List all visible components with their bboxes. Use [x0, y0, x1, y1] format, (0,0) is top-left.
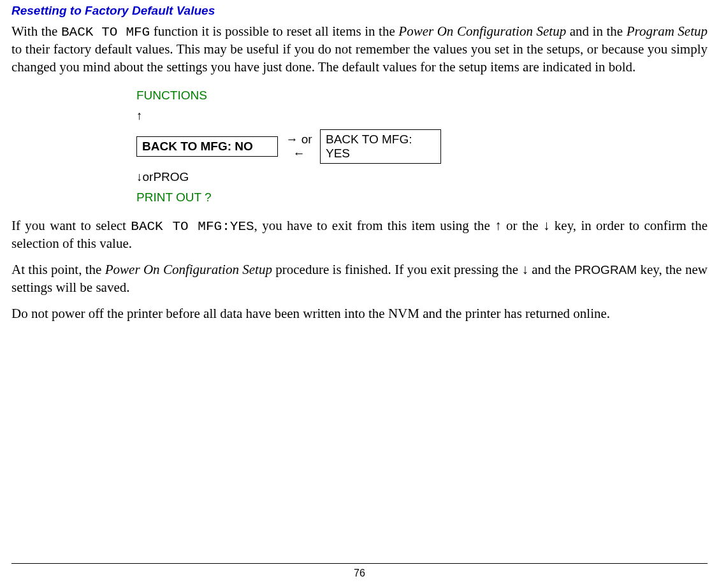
- footer-divider: [11, 563, 708, 564]
- up-arrow-icon: ↑: [136, 109, 143, 123]
- text: procedure is finished. If you exit press…: [272, 262, 522, 277]
- down-arrow-icon: ↓: [136, 170, 143, 184]
- menu-box-no-label: BACK TO MFG: NO: [142, 140, 253, 153]
- italic-text: Program Setup: [627, 24, 708, 39]
- italic-text: Power On Configuration Setup: [398, 24, 566, 39]
- down-arrow-icon: ↓: [521, 262, 528, 277]
- code-text: BACK TO MFG: [61, 25, 150, 39]
- text: With the: [11, 24, 61, 39]
- text: function it is possible to reset all ite…: [150, 24, 398, 39]
- page-number: 76: [11, 568, 708, 579]
- menu-box-no: BACK TO MFG: NO: [136, 136, 278, 157]
- menu-diagram: FUNCTIONS ↑ BACK TO MFG: NO → or ← BACK …: [136, 89, 708, 204]
- down-arrow-icon: ↓: [543, 218, 550, 233]
- page-footer: 76: [11, 563, 708, 579]
- paragraph-4: Do not power off the printer before all …: [11, 305, 708, 322]
- text: or the: [502, 218, 543, 233]
- paragraph-3: At this point, the Power On Configuratio…: [11, 261, 708, 296]
- program-key-text: PROGRAM: [574, 263, 637, 276]
- text: If you want to select: [11, 218, 131, 233]
- menu-box-yes: BACK TO MFG: YES: [320, 129, 441, 164]
- paragraph-1: With the BACK TO MFG function it is poss…: [11, 23, 708, 76]
- or-arrows-label: → or ←: [283, 133, 315, 161]
- text: to their factory default values. This ma…: [11, 41, 708, 74]
- italic-text: Power On Configuration Setup: [105, 262, 272, 277]
- up-arrow-icon: ↑: [495, 218, 502, 233]
- text: , you have to exit from this item using …: [254, 218, 495, 233]
- menu-label-printout: PRINT OUT ?: [136, 190, 212, 204]
- prog-text: PROG: [153, 170, 189, 184]
- or-text: or: [143, 170, 154, 184]
- text: and the: [528, 262, 574, 277]
- text: and in the: [566, 24, 627, 39]
- text: At this point, the: [11, 262, 105, 277]
- code-text: BACK TO MFG:YES: [131, 219, 254, 234]
- menu-label-functions: FUNCTIONS: [136, 89, 207, 103]
- paragraph-2: If you want to select BACK TO MFG:YES, y…: [11, 217, 708, 253]
- section-heading: Resetting to Factory Default Values: [11, 4, 708, 18]
